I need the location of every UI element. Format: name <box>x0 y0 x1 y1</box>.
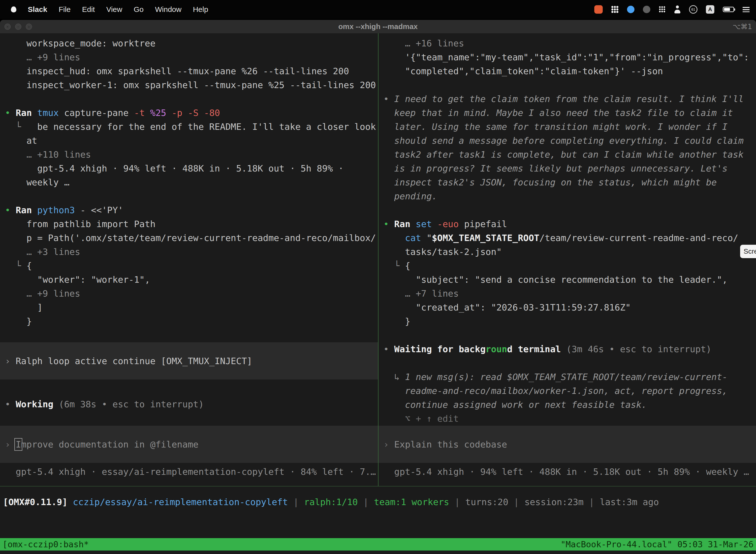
text-segment: … +110 lines <box>5 150 91 160</box>
right-terminal-pane[interactable]: … +16 lines '{"team_name":"my-team","tas… <box>378 33 756 486</box>
terminal-line: should send a message before completing … <box>378 134 756 148</box>
dark-app-icon[interactable] <box>643 6 650 13</box>
cursor: I <box>16 439 21 449</box>
close-button[interactable]: × <box>4 23 11 30</box>
text-segment: | <box>288 497 304 507</box>
window-titlebar[interactable]: × − + omx --xhigh --madmax ⌥⌘1 <box>0 20 756 33</box>
text-segment: team:1 workers <box>374 497 449 507</box>
battery-gauge-icon[interactable]: 61 <box>689 5 697 14</box>
battery-icon[interactable] <box>723 7 734 12</box>
prompt-input-row[interactable]: › Ralph loop active continue [OMX_TMUX_I… <box>0 342 378 380</box>
text-segment: $OMX_TEAM_STATE_ROOT <box>432 233 539 243</box>
text-segment: Ralph loop active continue [OMX_TMUX_INJ… <box>16 356 252 366</box>
text-segment: Ran <box>394 219 416 229</box>
menu-item-file[interactable]: File <box>59 5 70 14</box>
text-segment: -euo <box>437 219 464 229</box>
text-segment: inspect_worker-1: omx sparkshell --tmux-… <box>5 80 376 90</box>
terminal-line: later. Using the same for transition mig… <box>378 120 756 134</box>
window-title: omx --xhigh --madmax <box>0 22 756 31</box>
input-source-icon[interactable]: A <box>706 5 714 14</box>
person-app-icon[interactable] <box>674 5 681 13</box>
text-segment: task2 after task1 is complete, but can I… <box>383 150 744 160</box>
text-segment: capture-pane <box>64 108 134 118</box>
menu-item-go[interactable]: Go <box>134 5 144 14</box>
terminal-line: gpt-5.4 xhigh · 94% left · 488K in · 5.1… <box>378 465 756 479</box>
text-segment: { <box>405 261 411 271</box>
text-segment: pending. <box>383 191 437 201</box>
terminal-line: '{"team_name":"my-team","task_id":"1","f… <box>378 50 756 64</box>
terminal-line: gpt-5.4 xhigh · 94% left · 488K in · 5.1… <box>0 162 378 175</box>
text-segment: gpt-5.4 xhigh · 94% left · 488K in · 5.1… <box>5 163 343 173</box>
menu-item-window[interactable]: Window <box>155 5 182 14</box>
text-segment: [OMX#0.11.9] <box>3 497 67 507</box>
screenshot-overlay[interactable]: Scre <box>740 245 756 258</box>
grid-app-icon[interactable] <box>611 6 619 13</box>
text-segment: cat <box>405 233 427 243</box>
terminal-line: at <box>0 134 378 148</box>
terminal-line: • Waiting for background terminal (3m 46… <box>378 342 756 356</box>
text-segment: last:3m ago <box>600 497 659 507</box>
terminal-line: "created_at": "2026-03-31T11:59:27.816Z" <box>378 300 756 315</box>
text-segment: Ran <box>16 108 37 118</box>
active-app-name[interactable]: Slack <box>28 5 47 14</box>
text-segment: └ <box>5 261 26 271</box>
spacer <box>0 411 378 426</box>
terminal-line: • I need to get the claim token from the… <box>378 92 756 106</box>
text-segment: Working <box>16 399 59 409</box>
terminal-line: gpt-5.4 xhigh · essay/ai-reimplementatio… <box>0 465 378 479</box>
window-shortcut: ⌥⌘1 <box>733 20 752 33</box>
terminal-line: } <box>0 315 378 328</box>
text-segment: turns:20 <box>465 497 508 507</box>
blue-app-icon[interactable] <box>627 6 634 13</box>
screen-recording-indicator-icon[interactable] <box>594 5 603 14</box>
menu-item-edit[interactable]: Edit <box>82 5 95 14</box>
text-segment: pipefail <box>464 219 507 229</box>
menu-item-view[interactable]: View <box>106 5 122 14</box>
prompt-input-row[interactable]: › Improve documentation in @filename <box>0 426 378 463</box>
zoom-button[interactable]: + <box>26 23 32 30</box>
text-segment: - <<'PY' <box>80 205 123 215</box>
terminal-line: ] <box>0 300 378 315</box>
text-segment <box>383 233 405 243</box>
text-segment: "worker": "worker-1", <box>5 275 150 285</box>
text-segment: workspace_mode: worktree <box>5 38 155 48</box>
tmux-host-clock: "MacBook-Pro-44.local" 05:03 31-Mar-26 <box>561 539 754 549</box>
prompt-input-row[interactable]: › Explain this codebase <box>378 426 756 463</box>
terminal-line: … +110 lines <box>0 148 378 162</box>
terminal-line: continue assigned work or next feasible … <box>378 398 756 412</box>
terminal-line: • Ran python3 - <<'PY' <box>0 203 378 217</box>
terminal-line: readme-and-reco/mailbox/worker-1.json, a… <box>378 384 756 398</box>
spacer <box>0 463 378 465</box>
text-segment: (3m 46s • esc to interrupt) <box>566 344 711 354</box>
dot-grid-icon[interactable] <box>659 6 666 13</box>
terminal-line: └ { <box>0 259 378 273</box>
text-segment: weekly … <box>5 177 69 187</box>
text-segment: gpt-5.4 xhigh · 94% left · 488K in · 5.1… <box>383 466 749 477</box>
text-segment: └ <box>5 122 37 132</box>
battery-gauge-value: 61 <box>691 7 695 11</box>
terminal-line: … +7 lines <box>378 287 756 300</box>
apple-menu-icon[interactable] <box>11 6 16 12</box>
menu-item-help[interactable]: Help <box>193 5 208 14</box>
left-terminal-pane[interactable]: workspace_mode: worktree … +9 lines insp… <box>0 33 378 486</box>
text-segment: cczip/essay/ai-reimplementation-copyleft <box>73 497 288 507</box>
text-segment: • <box>5 399 16 409</box>
text-segment: inspect task2's JSON, focusing on the st… <box>383 177 717 187</box>
minimize-button[interactable]: − <box>15 23 21 30</box>
text-segment: set <box>416 219 437 229</box>
battery-fill <box>724 8 730 11</box>
text-segment: is in progress? It seems likely but perh… <box>383 163 728 173</box>
blank-line <box>0 92 378 106</box>
blank-line <box>378 203 756 217</box>
text-segment: • <box>383 344 394 354</box>
terminal-line: • Ran set -euo pipefail <box>378 217 756 231</box>
text-segment: from pathlib import Path <box>5 219 155 229</box>
text-segment: ] <box>5 302 43 313</box>
text-segment: %25 <box>150 108 172 118</box>
terminal-line: tasks/task-2.json" <box>378 245 756 259</box>
terminal-line: … +16 lines <box>378 37 756 50</box>
text-segment: gpt-5.4 xhigh · essay/ai-reimplementatio… <box>5 466 376 477</box>
menu-lines-icon[interactable] <box>743 7 750 12</box>
menu-bar-status-icons: 61 A <box>594 0 756 19</box>
text-segment: | <box>358 497 374 507</box>
